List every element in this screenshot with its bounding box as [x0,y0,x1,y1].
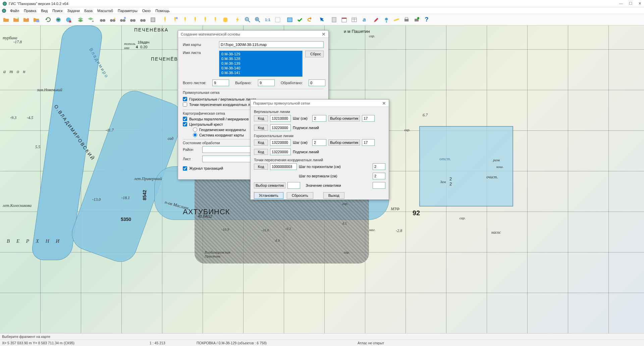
tool-binoc-4[interactable] [128,15,138,24]
menu-view[interactable]: Вид [39,8,50,13]
tool-add-folder[interactable]: + [11,15,21,24]
horiz-sem-btn[interactable]: Выбор семантик [328,139,360,146]
svg-point-17 [140,19,143,22]
vert-code1-input[interactable] [270,115,291,122]
tool-binoc[interactable] [98,15,107,24]
total-sheets-value[interactable] [212,79,229,86]
tool-help[interactable]: ? [422,15,431,24]
horiz-code2-btn[interactable]: Код [254,149,268,155]
tool-close-folder[interactable]: × [21,15,31,24]
tool-dbm-folder[interactable] [32,15,41,24]
tool-extent[interactable] [273,15,282,24]
statusbar: Выберите фрагмент на карте X= 5 357 033.… [0,333,644,346]
reset-sheets-button[interactable]: Сброс [305,51,324,57]
tool-globe-save[interactable] [64,15,73,24]
tool-zoom-in[interactable] [253,15,262,24]
vert-code2-input[interactable] [270,124,291,131]
tool-scale-11[interactable]: 1:1 [263,15,272,24]
tool-calendar[interactable] [339,15,349,24]
menu-params[interactable]: Параметры [116,8,140,13]
vert-sem-btn[interactable]: Выбор семантик [328,115,360,121]
tool-calc[interactable] [329,15,339,24]
horiz-sem-input[interactable] [362,139,375,146]
tool-settings[interactable] [148,15,158,24]
tool-layers[interactable] [76,15,85,24]
intersect-code-btn[interactable]: Код [254,164,268,170]
menu-search[interactable]: Поиск [50,8,64,13]
map-label: -9.2 [285,227,291,231]
tool-flashlight-2[interactable] [170,15,180,24]
vert-code2-btn[interactable]: Код [254,125,268,131]
tool-flashlight-1[interactable] [160,15,170,24]
sem-btn[interactable]: Выбор семантик [254,182,285,188]
tool-text-a[interactable]: a [360,15,369,24]
map-label: 4.9 [275,238,280,242]
tool-undo[interactable] [305,15,315,24]
tool-binoc-5[interactable] [138,15,148,24]
intersect-code-input[interactable] [270,163,297,170]
vert-sem-input[interactable] [362,115,375,122]
tool-pen-1[interactable] [372,15,381,24]
tool-table[interactable] [350,15,359,24]
chk-journal[interactable] [183,166,187,171]
tool-flashlight-3[interactable] [180,15,190,24]
menu-help[interactable]: Помощь [153,8,172,13]
step-horiz-input[interactable] [373,163,385,170]
tool-pin[interactable] [382,15,391,24]
tool-flashlight-5[interactable] [201,15,210,24]
menu-scale[interactable]: Масштаб [95,8,115,13]
chk-cross[interactable] [183,122,187,126]
processed-value[interactable] [309,79,325,86]
svg-point-13 [123,19,125,22]
horiz-code1-btn[interactable]: Код [254,139,268,146]
dialog2-close-icon[interactable]: ✕ [382,101,386,106]
menu-edit[interactable]: Правка [22,8,38,13]
tool-lightning[interactable] [233,15,242,24]
reset-button[interactable]: Сбросить [287,192,313,199]
tool-pointer[interactable] [317,15,327,24]
maximize-button[interactable]: ☐ [629,1,632,6]
sem-small-input[interactable] [287,182,300,189]
tool-zoom-out[interactable] [243,15,252,24]
chk-parallels[interactable] [183,117,187,121]
minimize-button[interactable]: — [619,1,623,6]
tool-check[interactable] [295,15,305,24]
horiz-code2-input[interactable] [270,149,291,155]
tool-print[interactable] [402,15,411,24]
tool-binoc-2[interactable] [108,15,117,24]
menu-file[interactable]: Файл [8,8,21,13]
dialog1-close-icon[interactable]: ✕ [322,32,326,37]
exit-button[interactable]: Выход [323,192,344,199]
tool-db[interactable] [221,15,230,24]
vert-step-input[interactable] [312,115,326,122]
set-button[interactable]: Установить [254,192,283,199]
tool-refresh[interactable] [44,15,53,24]
chk-intersect[interactable] [183,102,187,107]
tool-flashlight-6[interactable] [211,15,220,24]
tool-window-1[interactable] [285,15,294,24]
horiz-step-input[interactable] [312,139,326,146]
tool-globe-edit[interactable] [54,15,63,24]
tool-binoc-3[interactable] [118,15,127,24]
tool-ruler[interactable] [392,15,401,24]
processed-label: Обработано: [281,81,306,85]
svg-rect-19 [151,18,155,22]
tool-layers-add[interactable]: + [86,15,95,24]
sheet-listbox[interactable]: 0.M-38-129 0.M-38-128 0.M-38-139 0.M-38-… [219,51,303,77]
tool-print-2[interactable] [412,15,421,24]
map-name-input[interactable] [219,41,324,48]
chk-horiz-vert[interactable] [183,97,187,101]
menu-window[interactable]: Окно [140,8,153,13]
tool-flashlight-4[interactable] [191,15,200,24]
menu-tasks[interactable]: Задачи [65,8,82,13]
selected-value[interactable] [258,79,275,86]
tool-open-folder[interactable] [1,15,11,24]
sem-value-input[interactable] [373,182,385,189]
step-vert-input[interactable] [373,173,385,179]
radio-geo[interactable] [193,127,197,132]
close-button[interactable]: ✕ [638,1,641,6]
horiz-code1-input[interactable] [270,139,291,146]
vert-code1-btn[interactable]: Код [254,115,268,121]
radio-map-cs[interactable] [193,133,197,137]
menu-base[interactable]: База [83,8,95,13]
